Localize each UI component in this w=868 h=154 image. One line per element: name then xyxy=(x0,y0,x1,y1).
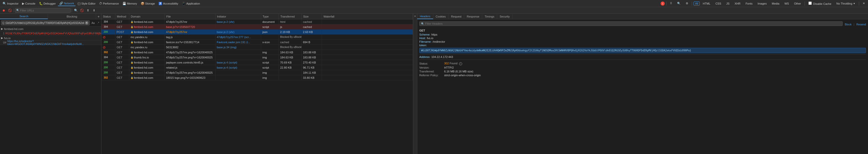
table-row[interactable]: 304 GET 🔒fembed-hd.com base.js?v=1595607… xyxy=(101,24,413,29)
import-har-button[interactable]: ⬆ xyxy=(85,8,91,13)
filter-images-button[interactable]: Images xyxy=(755,2,769,6)
header-host: Host: fvs.io xyxy=(419,36,866,40)
filter-js-button[interactable]: JS xyxy=(724,2,732,6)
resend-request-btn[interactable]: Resend xyxy=(856,23,866,26)
group-label-fembed: fembed-hd.com xyxy=(4,27,23,30)
tab-accessibility[interactable]: ♿ Accessibility xyxy=(157,1,180,6)
table-row[interactable]: ⊘ GET mc.yandex.ru 56313682 base.js:34 (… xyxy=(101,45,413,50)
tab-inspector[interactable]: 🔍 Inspector xyxy=(1,1,20,6)
application-icon: 📱 xyxy=(182,2,186,5)
table-row[interactable]: 200 GET 🔒fembed-hd.com 47dlpfz7zy257mr.p… xyxy=(101,70,413,75)
network-rows-container: 304 GET 🔒fembed-hd.com 47dlpfz7zy257mr b… xyxy=(101,19,413,154)
th-waterfall[interactable]: Waterfall xyxy=(322,14,413,19)
headers-content: 🔍 Block | Resend GET Scheme: https xyxy=(417,19,868,154)
filter-fonts-button[interactable]: Fonts xyxy=(744,2,755,6)
tab-memory[interactable]: 💾 Memory xyxy=(121,1,139,6)
network-table-panel: Status Method Domain File Initiator Type… xyxy=(101,14,413,154)
group-fembed: ▶ fembed-hd.com xyxy=(0,27,101,31)
chevron-right-icon-2[interactable]: ▶ xyxy=(1,36,3,40)
transferred-row: Transferred: 6.16 MB (6.16 MB size) xyxy=(419,70,866,73)
clear-button[interactable]: 🚫 xyxy=(7,8,13,13)
th-transferred[interactable]: Transferred xyxy=(279,14,302,19)
table-row[interactable]: 200 GET 🔒fembed-hd.com jwplayer.core.con… xyxy=(101,60,413,65)
network-toolbar: ⏺ 🚫 🔍 🔍 🚫 ⬆ ⬇ xyxy=(0,7,868,14)
tab-headers[interactable]: Headers xyxy=(417,14,433,19)
devtools-container: 🔍 Inspector ▶ Console 🐛 Debugger 🔗 Netwo… xyxy=(0,0,868,154)
url-value: RGSEY5U0hyTT06RDFDdERpMVjHQzlSSDA2ekxFVU… xyxy=(6,32,115,35)
filter-all-button[interactable]: All xyxy=(693,2,700,6)
filter-html-button[interactable]: HTML xyxy=(701,2,712,6)
clear-search-button[interactable]: ✕ xyxy=(85,21,89,25)
chevron-down-icon: ▼ xyxy=(853,2,855,5)
case-sensitive-button[interactable]: Aa xyxy=(91,21,96,25)
table-row[interactable]: 200 POST 🔒fembed-hd.com 47dlpfz7zy257mr … xyxy=(101,29,413,34)
settings-button[interactable]: ⚙ xyxy=(684,1,690,6)
debugger-icon: 🐛 xyxy=(39,2,43,5)
block-request-btn[interactable]: Block xyxy=(845,23,851,26)
info-icon[interactable]: i xyxy=(459,62,462,65)
tab-performance[interactable]: ⏱ Performance xyxy=(98,1,120,6)
tab-request[interactable]: Request xyxy=(448,14,464,19)
table-row[interactable]: 200 GET 🔒fembed-hd.com favicon.ico?v=155… xyxy=(101,40,413,45)
th-size[interactable]: Size xyxy=(302,14,322,19)
record-button[interactable]: ⏺ xyxy=(1,8,7,13)
tab-style-editor[interactable]: { } Style Editor xyxy=(76,1,97,6)
filter-media-button[interactable]: Media xyxy=(770,2,781,6)
console-icon: ▶ xyxy=(22,2,24,5)
tab-security[interactable]: Security xyxy=(497,14,513,19)
filter-input-container: 🔍 xyxy=(15,8,71,13)
th-initiator[interactable]: Initiator xyxy=(215,14,261,19)
toolbar-separator-3 xyxy=(805,2,805,6)
filter-icon: 🔍 xyxy=(421,22,424,25)
search-text-input[interactable] xyxy=(5,22,84,24)
inspector-icon: 🔍 xyxy=(3,2,6,5)
tab-debugger[interactable]: 🐛 Debugger xyxy=(37,1,57,6)
table-row[interactable]: 302 GET 🔒fembed-hd.com 47dlpfz7zy257mr.p… xyxy=(101,50,413,55)
tab-cookies[interactable]: Cookies xyxy=(433,14,449,19)
tab-console[interactable]: ▶ Console xyxy=(21,1,37,6)
table-row[interactable]: 304 GET 🔒fembed-hd.com 47dlpfz7zy257mr b… xyxy=(101,19,413,24)
search-devtools-button[interactable]: 🔍 xyxy=(675,1,683,6)
no-throttling-select[interactable]: No Throttling ▼ xyxy=(834,2,857,6)
table-row[interactable]: 302 GET 🔒fembed-hd.com 18015 logo.png?v=… xyxy=(101,75,413,80)
chevron-right-icon[interactable]: ▶ xyxy=(1,27,3,30)
details-panel-icon: ≡ xyxy=(413,14,417,154)
headers-search-input[interactable] xyxy=(425,22,841,25)
th-file[interactable]: File xyxy=(165,14,215,19)
tab-timings[interactable]: Timings xyxy=(482,14,497,19)
toolbar-separator-1 xyxy=(666,2,666,6)
search-request-button[interactable]: 🔍 xyxy=(73,8,79,13)
th-method[interactable]: Method xyxy=(115,14,129,19)
url-redirector-row[interactable]: Url https://fvs.io/redirector?token=WGiD… xyxy=(0,41,101,45)
filter-urls-input[interactable] xyxy=(20,9,69,12)
regex-button[interactable]: .* xyxy=(96,21,100,25)
th-status[interactable]: Status xyxy=(101,14,115,19)
tab-application[interactable]: 📱 Application xyxy=(180,1,202,6)
table-row[interactable]: ⊘ GET mc.yandex.ru tag.js 47dlpfz7zy257m… xyxy=(101,34,413,40)
referrer-policy-row: Referrer Policy: strict-origin-when-cros… xyxy=(419,74,866,77)
net-separator-2 xyxy=(72,8,72,12)
tab-storage[interactable]: 📦 Storage xyxy=(139,1,157,6)
th-type[interactable]: Type xyxy=(261,14,279,19)
block-request-button[interactable]: 🚫 xyxy=(79,8,85,13)
filter-other-button[interactable]: Other xyxy=(792,2,803,6)
left-panel-tabs: Search Blocking + xyxy=(0,14,101,19)
filter-ws-button[interactable]: WS xyxy=(782,2,791,6)
search-tab[interactable]: Search xyxy=(0,14,48,19)
filter-css-button[interactable]: CSS xyxy=(713,2,723,6)
table-row[interactable]: 304 GET 🔒thumb.fvs.io 47dlpfz7zy257mr.pn… xyxy=(101,55,413,60)
tab-network[interactable]: 🔗 Network xyxy=(58,1,75,6)
disable-cache-checkbox[interactable]: Disable Cache xyxy=(806,1,834,6)
blocking-tab[interactable]: Blocking xyxy=(48,14,96,19)
storage-icon: 📦 xyxy=(141,2,145,5)
token-value-box[interactable]: WGiDOTJKbWp0YWN0ZzNGK21NbGhFYms4aidydmNu… xyxy=(419,48,866,53)
tab-response[interactable]: Response xyxy=(464,14,482,19)
close-devtools-button[interactable]: ✕ xyxy=(861,1,867,6)
filter-xhr-button[interactable]: XHR xyxy=(733,2,743,6)
export-har-button[interactable]: ⬇ xyxy=(91,8,97,13)
memory-icon: 💾 xyxy=(122,2,126,5)
table-row[interactable]: 200 GET 🔒fembed-hd.com related.js base.j… xyxy=(101,65,413,70)
th-domain[interactable]: Domain xyxy=(129,14,165,19)
blocking-add-button[interactable]: + xyxy=(96,14,101,19)
drag-handle-icon[interactable]: ⠿ xyxy=(668,1,674,6)
